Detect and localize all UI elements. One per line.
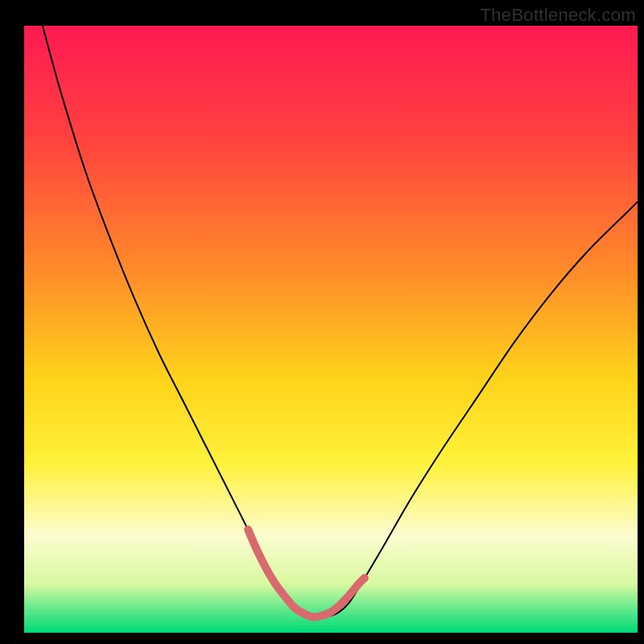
gradient-rect: [24, 26, 638, 633]
chart-stage: TheBottleneck.com: [0, 0, 644, 644]
watermark-text: TheBottleneck.com: [481, 5, 636, 26]
plot-area: [24, 26, 638, 633]
bottleneck-chart: [0, 0, 644, 644]
